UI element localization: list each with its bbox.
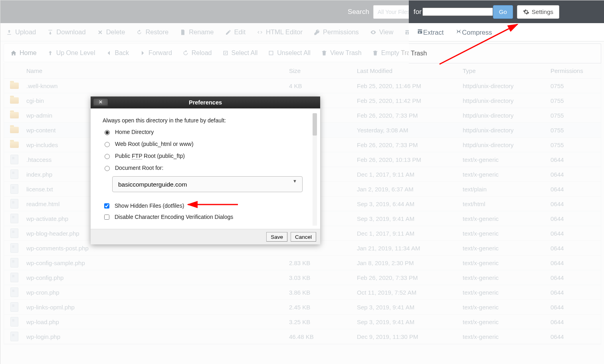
- compress-button[interactable]: Compress: [455, 28, 492, 36]
- cancel-button[interactable]: Cancel: [291, 232, 316, 242]
- show-hidden-files-checkbox[interactable]: Show Hidden Files (dotfiles): [103, 200, 303, 211]
- opt-home-directory[interactable]: Home Directory: [103, 126, 303, 138]
- opt-web-root[interactable]: Web Root (public_html or www): [103, 138, 303, 150]
- default-dir-heading: Always open this directory in the future…: [103, 117, 303, 124]
- dialog-footer: Save Cancel: [91, 229, 320, 244]
- dialog-scrollbar[interactable]: [313, 113, 317, 226]
- app-window: Search All Your Files for Go Settings Up…: [0, 0, 604, 364]
- radio-ftp[interactable]: [105, 154, 110, 159]
- empty-trash-label-visible[interactable]: Trash: [411, 50, 427, 57]
- extract-button[interactable]: Extract: [417, 28, 444, 36]
- extract-icon: [417, 28, 423, 35]
- settings-button[interactable]: Settings: [517, 5, 559, 19]
- compress-icon: [455, 28, 462, 35]
- search-for-label: for: [414, 8, 422, 16]
- preferences-dialog: ✕ Preferences Always open this directory…: [91, 96, 320, 244]
- dialog-title-bar: ✕ Preferences: [91, 96, 320, 108]
- go-button[interactable]: Go: [493, 5, 513, 19]
- radio-web[interactable]: [105, 142, 110, 147]
- checkbox-encoding[interactable]: [104, 214, 109, 220]
- gear-icon: [523, 9, 529, 15]
- disable-encoding-checkbox[interactable]: Disable Character Encoding Verification …: [103, 211, 303, 222]
- opt-ftp-root[interactable]: Public FTP Root (public_ftp): [103, 150, 303, 162]
- opt-doc-root[interactable]: Document Root for:: [103, 162, 303, 174]
- save-button[interactable]: Save: [266, 232, 287, 242]
- dialog-close-button[interactable]: ✕: [93, 98, 108, 106]
- checkbox-hidden[interactable]: [104, 203, 109, 209]
- dialog-title: Preferences: [189, 99, 222, 106]
- undimmed-region: for Go Settings Extract Compress Trash: [409, 0, 604, 63]
- radio-home[interactable]: [105, 130, 110, 135]
- search-input[interactable]: [422, 8, 493, 16]
- document-root-select[interactable]: basiccomputerguide.com: [112, 176, 303, 192]
- radio-docroot[interactable]: [105, 166, 110, 171]
